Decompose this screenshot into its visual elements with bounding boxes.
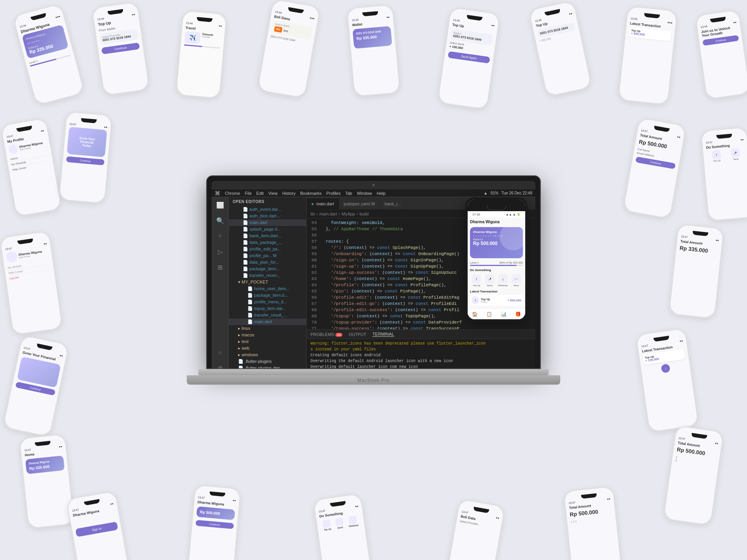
file-bank-item[interactable]: 📄 bank_item.dart... <box>229 233 306 239</box>
tab-pubspec[interactable]: pubspec.yaml M <box>339 198 380 209</box>
phone-progress: Level 1 88% of Rp 500.000 <box>470 261 523 266</box>
extensions-icon[interactable]: ⊞ <box>216 262 225 272</box>
menu-edit[interactable]: Edit <box>256 191 264 196</box>
action-topup[interactable]: ↑ Top Up <box>472 274 481 287</box>
action-withdraw[interactable]: ↓ Withdraw <box>498 274 508 287</box>
action-send[interactable]: ↗ Send <box>485 274 494 287</box>
file-profile-edit[interactable]: 📄 profile_edit_pa... <box>229 246 306 252</box>
file-topup-item[interactable]: 📄 topup_item.dar... <box>229 305 306 312</box>
do-something-label: Do Something <box>470 268 523 272</box>
laptop-brand-label: MacBook Pro <box>357 378 389 383</box>
nav-stats[interactable]: 📊 <box>501 312 507 317</box>
terminal-panel: PROBLEMS24 OUTPUT TERMINAL Warning: flut… <box>307 329 535 368</box>
transaction-item: ↑ Top Up Today + 500.000 <box>470 295 523 306</box>
settings-icon[interactable]: ⚙ <box>216 364 225 368</box>
clock: Tue 26 Dec 22:48 <box>502 191 532 195</box>
file-auth-bloc[interactable]: 📄 auth_bloc.dart... <box>229 213 306 219</box>
topup-icon: ↑ <box>472 274 481 284</box>
vscode-activity-bar: ⬜ 🔍 ⑂ ▷ ⊞ ○ ⚙ <box>212 197 229 368</box>
phone-mockup-on-screen: 17:16 ▲▲ ▲ 🔋 Dharma Wiguna Dharma Wiguna… <box>465 197 528 322</box>
laptop-wrapper: ⌘ Chrome File Edit View History Bookmark… <box>198 175 549 385</box>
progress-target: 88% of Rp 500.000 <box>500 261 523 264</box>
git-icon[interactable]: ⑂ <box>216 231 225 241</box>
more-label: More <box>514 284 519 287</box>
terminal-content[interactable]: Warning: flutter_icons has been deprecat… <box>307 339 535 368</box>
topup-label: Top Up <box>473 284 480 287</box>
phone-status-bar: 17:16 ▲▲ ▲ 🔋 <box>468 211 525 217</box>
explorer-icon[interactable]: ⬜ <box>216 200 225 210</box>
menubar-right: ▲ 91% Tue 26 Dec 22:48 <box>484 191 532 195</box>
laptop-screen: ⌘ Chrome File Edit View History Bookmark… <box>212 189 535 368</box>
folder-linux[interactable]: ▸ linux <box>229 325 306 332</box>
file-transfer-result[interactable]: 📄 transfer_result_... <box>229 312 306 318</box>
file-flutter-plugins-dep[interactable]: 📄 .flutter-plugins-dep... <box>229 365 306 368</box>
phone-screen-content: Dharma Wiguna Dharma Wiguna • • • • • • … <box>468 217 525 308</box>
open-editors-header: OPEN EDITORS <box>229 197 306 206</box>
file-profile-pa[interactable]: 📄 profile_pa... M <box>229 252 306 259</box>
action-more[interactable]: ⋯ More <box>512 274 521 287</box>
file-flutter-plugins[interactable]: 📄 .flutter-plugins <box>229 358 306 365</box>
file-package-item2[interactable]: 📄 package_item.d... <box>229 292 306 299</box>
phone-time: 17:16 <box>472 213 480 216</box>
latest-transaction-label: Latest Transaction <box>470 290 523 293</box>
menu-profiles[interactable]: Profiles <box>326 191 341 196</box>
apple-menu-icon[interactable]: ⌘ <box>215 190 220 196</box>
folder-my-pocket[interactable]: ▾ MY_POCKET <box>229 279 306 285</box>
withdraw-icon: ↓ <box>498 274 508 284</box>
transaction-date: Today <box>481 301 506 303</box>
file-data-package[interactable]: 📄 data_package_... <box>229 239 306 246</box>
file-data-plan[interactable]: 📄 data_plan_for... <box>229 259 306 266</box>
transaction-icon: ↑ <box>472 296 479 304</box>
progress-bar <box>470 265 523 266</box>
menu-bookmarks[interactable]: Bookmarks <box>300 191 322 196</box>
file-auth-event[interactable]: 📄 auth_event.dar... <box>229 206 306 213</box>
panel-tabs: PROBLEMS24 OUTPUT TERMINAL <box>307 330 535 339</box>
terminal-line-4: Overwriting the default Android launcher… <box>310 358 531 364</box>
file-transfer[interactable]: 📄 transfer_recen... <box>229 272 306 279</box>
main-content: ⌘ Chrome File Edit View History Bookmark… <box>0 0 747 560</box>
folder-macos[interactable]: ▸ macos <box>229 332 306 338</box>
progress-level: Level 1 <box>470 261 479 264</box>
account-icon[interactable]: ○ <box>216 348 225 357</box>
file-package-item[interactable]: 📄 package_item... <box>229 266 306 272</box>
file-main-dart2[interactable]: 📄 main.dart <box>229 318 306 325</box>
transaction-amount: + 500.000 <box>507 299 521 302</box>
menu-tab[interactable]: Tab <box>345 191 352 196</box>
nav-history[interactable]: 📋 <box>486 312 492 317</box>
menu-file[interactable]: File <box>245 191 252 196</box>
tab-main-dart[interactable]: ● main.dart <box>307 198 339 209</box>
file-main-dart[interactable]: 📄 main.dart <box>229 219 306 226</box>
phone-user-name: Dharma Wiguna <box>470 220 523 224</box>
wifi-icon: ▲ <box>484 191 487 195</box>
terminal-line-2: s instead in your yaml files <box>310 346 531 352</box>
send-label: Send <box>487 284 493 287</box>
file-home-user[interactable]: 📄 home_user_item... <box>229 285 306 292</box>
menu-window[interactable]: Window <box>357 191 372 196</box>
folder-test[interactable]: ▸ test <box>229 338 306 345</box>
more-icon: ⋯ <box>512 274 521 284</box>
tab-output[interactable]: OUTPUT <box>349 332 366 337</box>
laptop-screen-outer: ⌘ Chrome File Edit View History Bookmark… <box>206 175 541 369</box>
terminal-line-5: Overwriting default launcher icon com ne… <box>310 364 531 368</box>
tab-terminal[interactable]: TERMINAL <box>372 332 394 337</box>
tab-problems[interactable]: PROBLEMS24 <box>310 332 342 337</box>
menu-view[interactable]: View <box>268 191 278 196</box>
debug-icon[interactable]: ▷ <box>216 247 225 256</box>
file-splash[interactable]: 📄 splash_page.d... <box>229 226 306 233</box>
menu-history[interactable]: History <box>282 191 295 196</box>
laptop-lid-bottom <box>198 369 549 375</box>
phone-actions: ↑ Top Up ↗ Send ↓ Withdraw <box>470 274 523 287</box>
nav-rewards[interactable]: 🎁 <box>515 312 521 317</box>
folder-web[interactable]: ▸ web <box>229 345 306 352</box>
tab-bank[interactable]: bank_i... <box>380 198 406 209</box>
file-profile-menu[interactable]: 📄 profile_menu_it... <box>229 299 306 305</box>
menu-help[interactable]: Help <box>377 191 386 196</box>
search-icon[interactable]: 🔍 <box>216 216 225 225</box>
withdraw-label: Withdraw <box>498 284 508 287</box>
folder-windows[interactable]: ▸ windows <box>229 352 306 358</box>
menu-chrome[interactable]: Chrome <box>225 191 240 196</box>
battery-icon: 91% <box>491 191 498 195</box>
laptop-top-bar <box>212 181 535 189</box>
nav-home[interactable]: 🏠 <box>472 312 478 317</box>
phone-balance-card: Dharma Wiguna • • • • • • • • 15 4 4 Bal… <box>470 227 523 258</box>
